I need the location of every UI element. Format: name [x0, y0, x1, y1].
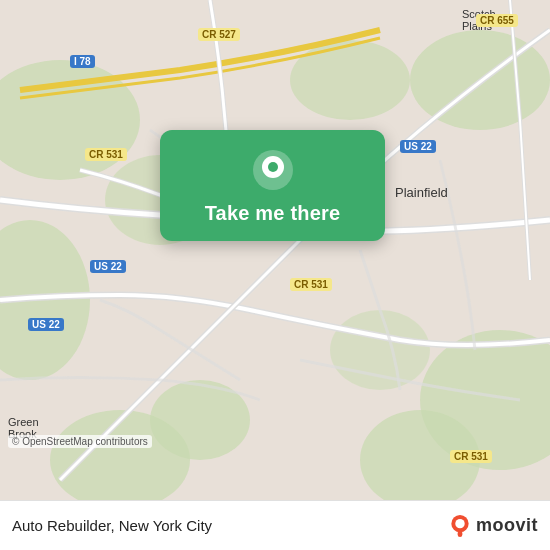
- moovit-text: moovit: [476, 515, 538, 536]
- svg-rect-16: [458, 530, 463, 536]
- bottom-bar: Auto Rebuilder, New York City moovit: [0, 500, 550, 550]
- moovit-pin-icon: [449, 515, 471, 537]
- moovit-logo: moovit: [449, 515, 538, 537]
- svg-point-15: [455, 518, 464, 527]
- map-container: Scotch Plains Plainfield Green Brook CR …: [0, 0, 550, 500]
- svg-point-8: [290, 40, 410, 120]
- osm-credit: © OpenStreetMap contributors: [8, 435, 152, 448]
- location-pin-icon: [251, 148, 295, 192]
- take-me-there-button[interactable]: Take me there: [160, 130, 385, 241]
- location-text: Auto Rebuilder, New York City: [12, 517, 212, 534]
- take-me-there-label: Take me there: [205, 202, 341, 225]
- svg-point-10: [330, 310, 430, 390]
- map-background: [0, 0, 550, 500]
